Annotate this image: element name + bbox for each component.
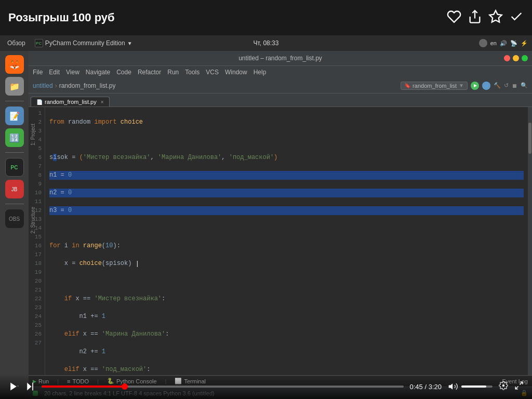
sidebar-icon-jetbrains[interactable]: JB <box>5 180 24 198</box>
sidebar-separator-2 <box>5 152 24 153</box>
skip-button[interactable] <box>25 381 35 392</box>
code-line: sisok = ('Мистер всезнайка', 'Марина Дан… <box>49 153 524 162</box>
play-button[interactable] <box>8 381 19 392</box>
ide-menubar: File Edit View Navigate Code Refactor Ru… <box>29 65 532 78</box>
sidebar-icon-obs[interactable]: OBS <box>5 209 24 228</box>
window-minimize-btn[interactable] <box>513 55 519 61</box>
code-line: n1 += 1 <box>49 312 524 321</box>
ubuntu-app-switcher[interactable]: PC PyCharm Community Edition ▼ <box>35 39 132 47</box>
share-icon[interactable] <box>468 9 482 26</box>
system-tray: en 🔊 📡 ⚡ <box>479 39 528 47</box>
line-numbers: 1 2 3 4 5 6 7 8 9 10 11 12 13 14 <box>29 107 45 375</box>
sidebar-icon-files[interactable]: 📁 <box>5 77 24 96</box>
globe-icon <box>479 39 487 47</box>
panel-label-structure[interactable]: 2: Structure <box>30 207 36 234</box>
top-bar-actions <box>447 9 524 26</box>
svg-point-2 <box>484 83 489 88</box>
code-line: n1 = 0 <box>49 171 524 180</box>
reload-btn[interactable]: ↺ <box>504 82 509 89</box>
menu-help[interactable]: Help <box>254 69 267 76</box>
sidebar-icon-text[interactable]: 📝 <box>5 107 24 125</box>
scrollbar-thumb[interactable] <box>528 123 531 154</box>
code-line <box>49 136 524 144</box>
search-btn[interactable]: 🔍 <box>521 82 528 89</box>
code-editor: 1 2 3 4 5 6 7 8 9 10 11 12 13 14 <box>29 107 532 375</box>
video-area: Обзор PC PyCharm Community Edition ▼ Чт,… <box>0 35 532 399</box>
run-configuration[interactable]: 🔖 random_from_list ▼ <box>401 82 468 90</box>
ide-window: untitled – random_from_list.py File Edit… <box>29 51 532 399</box>
svg-point-7 <box>502 384 505 387</box>
stop-btn[interactable]: ⏹ <box>512 83 517 89</box>
bookmark-small-icon: 🔖 <box>404 83 410 88</box>
menu-tools[interactable]: Tools <box>185 69 200 76</box>
code-line <box>49 277 524 286</box>
code-line: if x == 'Мистер всезнайка': <box>49 295 524 303</box>
menu-run[interactable]: Run <box>167 69 179 76</box>
settings-button[interactable] <box>499 381 508 392</box>
like-icon[interactable] <box>447 9 461 26</box>
breadcrumb-project[interactable]: untitled <box>33 82 53 89</box>
top-bar: Розыгрыш 100 руб <box>0 0 532 35</box>
sidebar-icon-pycharm[interactable]: PC <box>5 158 24 177</box>
menu-navigate[interactable]: Navigate <box>86 69 110 76</box>
ide-title: untitled – random_from_list.py <box>238 55 322 62</box>
debug-button[interactable] <box>482 82 490 90</box>
ide-titlebar: untitled – random_from_list.py <box>29 51 532 65</box>
ide-body: 1 2 3 4 5 6 7 8 9 10 11 12 13 14 <box>29 107 532 399</box>
menu-code[interactable]: Code <box>116 69 131 76</box>
build-btn[interactable]: 🔨 <box>494 82 501 89</box>
file-tab-active[interactable]: 📄 random_from_list.py × <box>31 97 110 107</box>
code-content[interactable]: from random import choice sisok = ('Мист… <box>45 107 528 375</box>
menu-refactor[interactable]: Refactor <box>138 69 161 76</box>
progress-bar[interactable] <box>42 385 404 388</box>
ubuntu-overview-btn[interactable]: Обзор <box>4 38 29 48</box>
menu-vcs[interactable]: VCS <box>206 69 219 76</box>
sidebar-icon-calc[interactable]: 🔢 <box>5 128 24 147</box>
ide-window-controls <box>504 55 528 61</box>
sidebar-separator-3 <box>5 204 24 204</box>
panel-label-project[interactable]: 1: Project <box>30 124 36 145</box>
volume-icon[interactable]: 🔊 <box>500 40 507 47</box>
wifi-icon[interactable]: 📡 <box>510 40 517 47</box>
sidebar-icon-firefox[interactable]: 🦊 <box>5 55 24 74</box>
code-line: x = choice(spisok) | <box>49 259 524 268</box>
svg-line-9 <box>515 387 518 389</box>
ide-tabs: 📄 random_from_list.py × <box>29 94 532 107</box>
volume-fill <box>461 385 486 388</box>
ide-toolbar: untitled › random_from_list.py 🔖 random_… <box>29 78 532 94</box>
fullscreen-button[interactable] <box>514 381 524 392</box>
menu-view[interactable]: View <box>66 69 79 76</box>
breadcrumb-file[interactable]: random_from_list.py <box>59 82 116 89</box>
system-clock: Чт, 08:33 <box>254 39 279 47</box>
menu-edit[interactable]: Edit <box>49 69 60 76</box>
video-title: Розыгрыш 100 руб <box>8 11 115 24</box>
code-line: n3 = 0 <box>49 206 524 215</box>
check-icon[interactable] <box>509 9 524 26</box>
bookmark-icon[interactable] <box>488 9 503 26</box>
tab-close-btn[interactable]: × <box>101 99 104 105</box>
power-icon[interactable]: ⚡ <box>521 40 528 47</box>
code-scrollbar[interactable] <box>528 107 532 375</box>
volume-bar[interactable] <box>461 385 493 388</box>
ubuntu-sidebar: 🦊 📁 📝 🔢 PC JB OBS ⋯ <box>0 51 29 399</box>
svg-rect-5 <box>32 383 33 391</box>
window-close-btn[interactable] <box>504 55 510 61</box>
svg-marker-1 <box>489 10 501 22</box>
code-line: elif x == 'Марина Данилова': <box>49 330 524 339</box>
window-maximize-btn[interactable] <box>522 55 528 61</box>
toolbar-right: 🔖 random_from_list ▼ 🔨 ↺ ⏹ 🔍 <box>401 82 528 90</box>
code-line: for i in range(10): <box>49 242 524 250</box>
code-line <box>49 224 524 233</box>
menu-file[interactable]: File <box>33 69 43 76</box>
svg-line-8 <box>520 382 523 384</box>
progress-fill <box>42 385 125 388</box>
menu-window[interactable]: Window <box>225 69 247 76</box>
code-line: n2 = 0 <box>49 189 524 197</box>
ubuntu-taskbar: Обзор PC PyCharm Community Edition ▼ Чт,… <box>0 35 532 51</box>
volume-button[interactable] <box>448 381 458 392</box>
code-line: elif x == 'под_маской': <box>49 365 524 374</box>
video-controls: 0:45 / 3:20 <box>0 374 532 399</box>
run-button[interactable] <box>471 82 479 90</box>
breadcrumb: untitled › random_from_list.py <box>33 82 115 89</box>
svg-marker-3 <box>10 383 17 391</box>
